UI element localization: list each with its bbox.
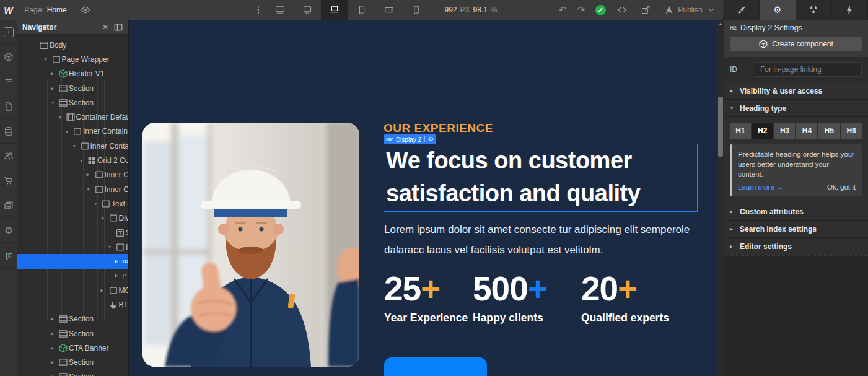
undo-button[interactable]: ↶ xyxy=(553,0,572,20)
breakpoint-phone-portrait[interactable] xyxy=(403,0,430,20)
navigator-item-dis[interactable]: ▶H2Dis xyxy=(17,254,128,268)
heading-type-h6[interactable]: H6 xyxy=(841,123,862,139)
scroll-up-icon[interactable]: ▲ xyxy=(717,20,724,27)
section-custom-attributes[interactable]: ▶ Custom attributes xyxy=(724,203,868,221)
style-panel-tab[interactable] xyxy=(724,0,760,20)
components-button[interactable] xyxy=(0,45,17,69)
section-search-index-settings[interactable]: ▶ Search index settings xyxy=(724,221,868,238)
interactions-tab[interactable] xyxy=(832,0,868,20)
assets-button[interactable] xyxy=(0,193,17,218)
section-paragraph[interactable]: Lorem ipsum dolor sit amet consecte tur … xyxy=(384,219,690,260)
caret-right-icon[interactable]: ▶ xyxy=(51,86,58,91)
navigator-item-section[interactable]: ▶Section xyxy=(17,312,128,326)
webflow-logo[interactable]: W xyxy=(0,0,17,20)
extensions-button[interactable]: {F xyxy=(0,243,17,268)
navigator-item-cta-banner[interactable]: ▶CTA Banner xyxy=(17,341,128,355)
navigator-item-inner-container[interactable]: ▼Inner Container xyxy=(17,139,128,153)
navigator-item-inner-contai[interactable]: ▼Inner Contai xyxy=(17,182,128,196)
navigator-item-section[interactable]: ▶Section xyxy=(17,81,128,95)
zoom-value[interactable]: 98.1 xyxy=(473,6,488,14)
id-input[interactable] xyxy=(755,62,862,77)
scrollbar-thumb[interactable] xyxy=(718,97,723,157)
navigator-item-section[interactable]: ▶Section xyxy=(17,326,128,341)
navigator-item-text-cent[interactable]: ▼Text Cent xyxy=(17,196,128,211)
heading-type-h3[interactable]: H3 xyxy=(774,123,796,139)
share-button[interactable] xyxy=(634,0,657,20)
caret-right-icon[interactable]: ▶ xyxy=(115,259,123,264)
ecommerce-button[interactable] xyxy=(0,168,17,193)
canvas-menu-button[interactable] xyxy=(250,0,266,20)
pages-button[interactable] xyxy=(0,94,17,119)
caret-down-icon[interactable]: ▼ xyxy=(87,187,94,191)
settings-button[interactable]: ⚙ xyxy=(0,218,17,243)
caret-down-icon[interactable]: ▼ xyxy=(94,201,101,206)
add-elements-button[interactable]: + xyxy=(0,20,17,45)
navigator-item-section[interactable]: ▶Section xyxy=(17,370,128,376)
caret-right-icon[interactable]: ▶ xyxy=(51,71,58,76)
caret-down-icon[interactable]: ▼ xyxy=(58,115,66,120)
navigator-item-inner[interactable]: ▼Inner xyxy=(17,240,128,254)
navigator-item-section[interactable]: ▶Section xyxy=(17,356,128,370)
caret-down-icon[interactable]: ▼ xyxy=(72,144,80,148)
caret-right-icon[interactable]: ▶ xyxy=(51,360,58,365)
caret-down-icon[interactable]: ▼ xyxy=(65,129,72,134)
saved-status-icon[interactable]: ✓ xyxy=(590,0,610,20)
cms-button[interactable] xyxy=(0,119,17,144)
style-manager-tab[interactable] xyxy=(796,0,832,20)
navigator-item-body[interactable]: Body xyxy=(17,38,128,52)
users-button[interactable] xyxy=(0,144,17,168)
caret-right-icon[interactable]: ▶ xyxy=(115,273,123,278)
caret-right-icon[interactable]: ▶ xyxy=(87,172,94,177)
navigator-item-inner-container[interactable]: ▼Inner Container xyxy=(17,125,128,139)
breakpoint-desktop-large[interactable] xyxy=(266,0,294,20)
caret-right-icon[interactable]: ▶ xyxy=(51,346,58,351)
create-component-button[interactable]: Create component xyxy=(730,37,862,51)
navigator-button[interactable] xyxy=(0,69,17,94)
caret-down-icon[interactable]: ▼ xyxy=(108,245,115,249)
redo-button[interactable]: ↷ xyxy=(572,0,590,20)
breakpoint-laptop-base[interactable] xyxy=(321,0,348,20)
heading-type-h2[interactable]: H2 xyxy=(752,123,773,139)
navigator-item-div-bloc[interactable]: ▼Div Bloc xyxy=(17,211,128,225)
dismiss-tip-button[interactable]: Ok, got it xyxy=(827,183,856,191)
navigator-item-mg-bot[interactable]: ▶MG Bot xyxy=(17,283,128,297)
breakpoint-tablet[interactable] xyxy=(348,0,375,20)
design-canvas[interactable]: OUR EXPERIENCE H2 Display 2 ⚙ We focus o… xyxy=(129,20,717,376)
section-visibility-user-access[interactable]: ▶ Visibility & user access xyxy=(724,82,868,100)
page-selector[interactable]: Page: Home xyxy=(17,0,74,20)
learn-more-link[interactable]: Learn more → xyxy=(738,183,784,191)
heading-type-h5[interactable]: H5 xyxy=(818,123,840,139)
navigator-item-header-v1[interactable]: ▶Header V1 xyxy=(17,67,128,81)
settings-panel-tab[interactable]: ⚙ xyxy=(760,0,796,20)
export-code-button[interactable] xyxy=(610,0,634,20)
element-settings-gear-icon[interactable]: ⚙ xyxy=(428,136,434,142)
caret-down-icon[interactable]: ▼ xyxy=(51,100,58,105)
section-heading-type[interactable]: ▼ Heading type xyxy=(724,100,868,117)
navigator-item-container-default[interactable]: ▼Container Default xyxy=(17,110,128,124)
caret-right-icon[interactable]: ▶ xyxy=(51,317,58,321)
selected-heading-element[interactable]: We focus on customer satisfaction and qu… xyxy=(384,144,698,212)
section-editor-settings[interactable]: ▶ Editor settings xyxy=(724,238,868,255)
caret-down-icon[interactable]: ▼ xyxy=(79,159,87,163)
navigator-item-grid-2-column[interactable]: ▼Grid 2 Column xyxy=(17,153,128,167)
navigator-item-inner-contai[interactable]: ▶Inner Contai xyxy=(17,168,128,182)
navigator-item-subti[interactable]: Subti xyxy=(17,225,128,240)
selected-element-badge[interactable]: H2 Display 2 ⚙ xyxy=(384,134,436,144)
caret-right-icon[interactable]: ▶ xyxy=(51,331,58,336)
collapse-all-icon[interactable]: ✕ xyxy=(102,23,108,32)
breakpoint-phone-landscape[interactable] xyxy=(375,0,403,20)
breakpoint-desktop[interactable] xyxy=(294,0,321,20)
preview-button[interactable] xyxy=(74,0,97,20)
navigator-item-page-wrapper[interactable]: ▼Page Wrapper xyxy=(17,52,128,66)
navigator-item-mg[interactable]: ▶PMG xyxy=(17,269,128,283)
canvas-width-value[interactable]: 992 xyxy=(444,6,457,14)
cta-button[interactable] xyxy=(384,357,487,376)
navigator-item-btn-pri[interactable]: BTN Pri xyxy=(17,297,128,312)
canvas-scrollbar[interactable]: ▲ xyxy=(717,20,724,376)
heading-type-h1[interactable]: H1 xyxy=(730,123,751,139)
worker-thumbs-up-image[interactable] xyxy=(142,123,359,367)
caret-down-icon[interactable]: ▼ xyxy=(44,57,51,61)
caret-right-icon[interactable]: ▶ xyxy=(101,288,108,293)
navigator-item-section[interactable]: ▼Section xyxy=(17,95,128,110)
dock-panel-icon[interactable] xyxy=(113,22,123,32)
